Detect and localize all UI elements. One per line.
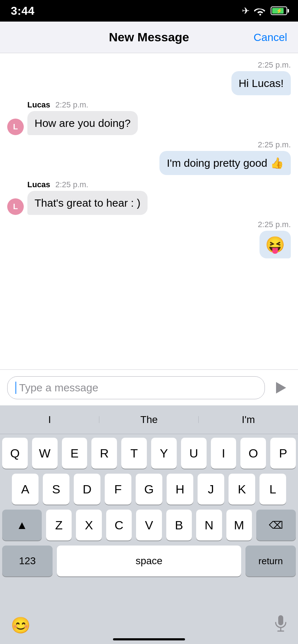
home-indicator bbox=[113, 638, 185, 640]
key-e[interactable]: E bbox=[62, 438, 87, 469]
shift-key[interactable]: ▲ bbox=[2, 510, 42, 540]
key-u[interactable]: U bbox=[181, 438, 207, 469]
sender-name: Lucas bbox=[27, 100, 50, 109]
incoming-message-content: Lucas 2:25 p.m. That's great to hear : ) bbox=[27, 180, 148, 215]
key-c[interactable]: C bbox=[106, 510, 132, 540]
autocomplete-item[interactable]: I'm bbox=[199, 414, 298, 426]
svg-rect-0 bbox=[278, 615, 283, 625]
chat-area: 2:25 p.m. Hi Lucas! L Lucas 2:25 p.m. Ho… bbox=[0, 53, 298, 369]
key-w[interactable]: W bbox=[32, 438, 58, 469]
airplane-icon: ✈ bbox=[242, 5, 250, 17]
key-v[interactable]: V bbox=[136, 510, 162, 540]
key-m[interactable]: M bbox=[226, 510, 252, 540]
autocomplete-item[interactable]: I bbox=[0, 414, 99, 426]
return-key[interactable]: return bbox=[245, 546, 296, 576]
send-button[interactable] bbox=[269, 377, 291, 399]
key-t[interactable]: T bbox=[121, 438, 147, 469]
wifi-icon bbox=[254, 6, 266, 16]
message-time: 2:25 p.m. bbox=[55, 100, 89, 109]
message-bubble: That's great to hear : ) bbox=[27, 191, 148, 215]
autocomplete-bar: I The I'm bbox=[0, 405, 298, 434]
sender-name: Lucas bbox=[27, 180, 50, 189]
backspace-key[interactable]: ⌫ bbox=[256, 510, 296, 540]
message-bubble: 😝 bbox=[259, 231, 291, 258]
status-bar: 3:44 ✈ ⚡ bbox=[0, 0, 298, 22]
microphone-icon[interactable] bbox=[274, 615, 287, 635]
message-meta: Lucas 2:25 p.m. bbox=[27, 180, 148, 189]
key-o[interactable]: O bbox=[240, 438, 266, 469]
outgoing-message-content: 2:25 p.m. 😝 bbox=[258, 220, 291, 258]
outgoing-message-content: 2:25 p.m. I'm doing pretty good 👍 bbox=[159, 140, 291, 175]
key-p[interactable]: P bbox=[270, 438, 296, 469]
message-input-area: Type a message bbox=[0, 369, 298, 405]
key-row-4: 123 space return bbox=[2, 546, 296, 576]
key-row-1: Q W E R T Y U I O P bbox=[2, 438, 296, 469]
key-g[interactable]: G bbox=[136, 474, 162, 505]
key-q[interactable]: Q bbox=[2, 438, 28, 469]
key-z[interactable]: Z bbox=[46, 510, 72, 540]
message-time: 2:25 p.m. bbox=[258, 60, 291, 70]
key-row-2: A S D F G H J K L bbox=[2, 474, 296, 505]
space-key[interactable]: space bbox=[57, 546, 241, 576]
key-rows: Q W E R T Y U I O P A S D F G H J K L ▲ … bbox=[0, 434, 298, 612]
message-row: L Lucas 2:25 p.m. How are you doing? bbox=[7, 100, 291, 135]
message-row: L Lucas 2:25 p.m. That's great to hear :… bbox=[7, 180, 291, 215]
key-f[interactable]: F bbox=[105, 474, 131, 505]
key-r[interactable]: R bbox=[91, 438, 117, 469]
message-input-placeholder: Type a message bbox=[19, 382, 98, 394]
message-time: 2:25 p.m. bbox=[258, 140, 291, 150]
message-input-wrapper[interactable]: Type a message bbox=[7, 376, 265, 399]
keyboard: I The I'm Q W E R T Y U I O P A S D F G … bbox=[0, 405, 298, 644]
key-a[interactable]: A bbox=[12, 474, 39, 505]
message-bubble: Hi Lucas! bbox=[231, 71, 291, 95]
autocomplete-item[interactable]: The bbox=[99, 414, 199, 426]
key-h[interactable]: H bbox=[167, 474, 193, 505]
key-y[interactable]: Y bbox=[151, 438, 177, 469]
key-x[interactable]: X bbox=[76, 510, 101, 540]
outgoing-message-content: 2:25 p.m. Hi Lucas! bbox=[231, 60, 291, 95]
cancel-button[interactable]: Cancel bbox=[254, 31, 287, 43]
incoming-message-content: Lucas 2:25 p.m. How are you doing? bbox=[27, 100, 138, 135]
emoji-icon[interactable]: 😊 bbox=[11, 616, 31, 635]
avatar: L bbox=[7, 119, 24, 135]
numbers-key[interactable]: 123 bbox=[2, 546, 53, 576]
key-i[interactable]: I bbox=[211, 438, 236, 469]
message-row: 2:25 p.m. 😝 bbox=[7, 220, 291, 258]
message-meta: Lucas 2:25 p.m. bbox=[27, 100, 138, 110]
key-l[interactable]: L bbox=[259, 474, 286, 505]
key-j[interactable]: J bbox=[198, 474, 224, 505]
status-time: 3:44 bbox=[11, 4, 35, 18]
key-d[interactable]: D bbox=[74, 474, 100, 505]
text-cursor bbox=[15, 382, 16, 394]
message-time: 2:25 p.m. bbox=[55, 180, 89, 189]
battery-icon: ⚡ bbox=[271, 6, 287, 15]
key-row-3: ▲ Z X C V B N M ⌫ bbox=[2, 510, 296, 540]
message-time: 2:25 p.m. bbox=[258, 220, 291, 229]
nav-title: New Message bbox=[109, 30, 189, 44]
key-s[interactable]: S bbox=[43, 474, 69, 505]
message-bubble: How are you doing? bbox=[27, 111, 138, 135]
message-row: 2:25 p.m. Hi Lucas! bbox=[7, 60, 291, 95]
message-row: 2:25 p.m. I'm doing pretty good 👍 bbox=[7, 140, 291, 175]
key-b[interactable]: B bbox=[166, 510, 192, 540]
avatar: L bbox=[7, 198, 24, 215]
key-k[interactable]: K bbox=[229, 474, 255, 505]
key-n[interactable]: N bbox=[196, 510, 222, 540]
status-icons: ✈ ⚡ bbox=[242, 5, 287, 17]
send-icon bbox=[276, 382, 286, 394]
message-bubble: I'm doing pretty good 👍 bbox=[159, 151, 291, 175]
nav-header: New Message Cancel bbox=[0, 22, 298, 53]
